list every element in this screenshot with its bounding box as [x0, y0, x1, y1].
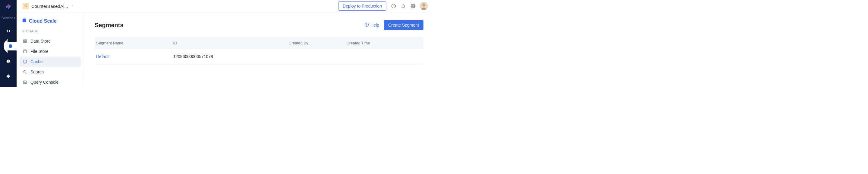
- table-header: Segment Name ID Created By Created Time: [95, 37, 424, 49]
- rail-item-cloud-scale[interactable]: [4, 42, 17, 50]
- settings-icon[interactable]: [410, 4, 415, 9]
- rail-item-3[interactable]: [4, 57, 13, 66]
- nav-item-label: Data Store: [30, 39, 51, 44]
- segment-name-link[interactable]: Default: [96, 54, 173, 59]
- svg-rect-5: [24, 40, 27, 41]
- app-badge: C: [23, 3, 29, 9]
- avatar[interactable]: [420, 2, 428, 10]
- product-logo[interactable]: [5, 3, 11, 10]
- rail-item-4[interactable]: [4, 72, 13, 81]
- nav-item-label: Query Console: [30, 80, 59, 84]
- svg-rect-9: [24, 50, 27, 53]
- filestore-icon: [23, 49, 27, 53]
- cloud-scale-icon: [22, 18, 27, 24]
- th-name: Segment Name: [96, 41, 173, 45]
- th-created-time: Created Time: [346, 41, 424, 45]
- nav-item-label: Cache: [30, 59, 42, 64]
- rail-item-1[interactable]: [4, 27, 13, 35]
- svg-rect-13: [24, 81, 27, 83]
- segment-created-time: [346, 54, 424, 59]
- svg-point-12: [24, 70, 26, 73]
- nav-item-query-console[interactable]: Query Console: [20, 77, 81, 87]
- left-rail: Services: [0, 0, 17, 87]
- cache-icon: [23, 59, 27, 64]
- svg-rect-6: [24, 41, 27, 43]
- chevron-down-icon: [70, 4, 74, 8]
- svg-point-11: [24, 60, 26, 61]
- app-name: CounterBasedAl...: [31, 4, 68, 9]
- nav-item-data-store[interactable]: Data Store: [20, 36, 81, 46]
- nav-item-label: File Store: [30, 49, 49, 54]
- help-circle-icon: [364, 22, 369, 28]
- segments-table: Segment Name ID Created By Created Time …: [95, 37, 424, 64]
- segment-id: 12096000000571078: [173, 54, 289, 59]
- section-title[interactable]: Cloud Scale: [20, 18, 81, 24]
- datastore-icon: [23, 39, 27, 43]
- nav-item-search[interactable]: Search: [20, 67, 81, 77]
- help-link[interactable]: Help: [364, 22, 379, 28]
- nav-item-cache[interactable]: Cache: [20, 56, 81, 67]
- th-created-by: Created By: [289, 41, 347, 45]
- segment-created-by: [289, 54, 347, 59]
- page-title: Segments: [95, 22, 124, 29]
- svg-rect-10: [24, 50, 26, 51]
- app-selector[interactable]: C CounterBasedAl...: [23, 3, 74, 9]
- deploy-button[interactable]: Deploy to Production: [338, 1, 386, 10]
- section-title-text: Cloud Scale: [29, 19, 57, 24]
- help-label: Help: [370, 23, 379, 27]
- top-bar: C CounterBasedAl... Deploy to Production: [17, 0, 434, 13]
- side-nav: Cloud Scale STORAGE Data Store File Stor…: [17, 13, 84, 87]
- rail-section-label: Services: [1, 16, 15, 20]
- th-id: ID: [173, 41, 289, 45]
- svg-point-4: [422, 3, 425, 6]
- notifications-icon[interactable]: [401, 4, 406, 9]
- svg-point-2: [412, 5, 413, 7]
- nav-item-label: Search: [30, 70, 44, 74]
- query-console-icon: [23, 80, 27, 84]
- nav-item-file-store[interactable]: File Store: [20, 46, 81, 56]
- create-segment-button[interactable]: Create Segment: [384, 20, 424, 30]
- help-icon[interactable]: [391, 4, 396, 9]
- table-row: Default 12096000000571078: [95, 49, 424, 64]
- main-content: Segments Help Create Segment Segment Nam…: [84, 13, 434, 87]
- page-header: Segments Help Create Segment: [95, 20, 424, 30]
- nav-subheading: STORAGE: [20, 24, 81, 36]
- search-icon: [23, 70, 27, 74]
